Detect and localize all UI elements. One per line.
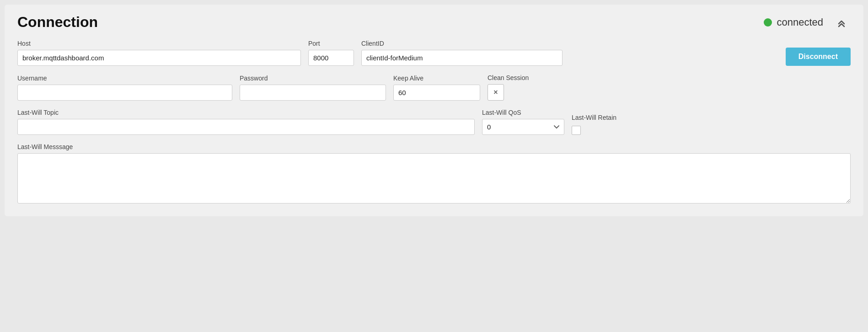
username-label: Username [17, 75, 232, 82]
row-3: Last-Will Topic Last-Will QoS 0 1 2 Last… [17, 109, 851, 135]
username-input[interactable] [17, 85, 232, 101]
lastwill-retain-group: Last-Will Retain [572, 114, 616, 135]
panel-title: Connection [17, 14, 98, 31]
password-group: Password [240, 75, 386, 101]
disconnect-wrapper: Disconnect [786, 48, 851, 66]
username-group: Username [17, 75, 232, 101]
keepalive-input[interactable] [393, 85, 480, 101]
host-input[interactable] [17, 50, 301, 66]
password-input[interactable] [240, 85, 386, 101]
lastwill-qos-group: Last-Will QoS 0 1 2 [482, 109, 564, 135]
status-text: connected [777, 16, 823, 28]
row-1: Host Port ClientID Disconnect [17, 40, 851, 66]
disconnect-button[interactable]: Disconnect [786, 48, 851, 66]
host-group: Host [17, 40, 301, 66]
keepalive-group: Keep Alive [393, 75, 480, 101]
status-indicator: connected [764, 16, 823, 28]
panel-header: Connection connected [17, 14, 851, 31]
row-4: Last-Will Messsage [17, 143, 851, 203]
clientid-input[interactable] [361, 50, 563, 66]
password-label: Password [240, 75, 386, 82]
clientid-label: ClientID [361, 40, 563, 47]
port-label: Port [308, 40, 354, 47]
clean-session-label: Clean Session [488, 74, 529, 81]
host-label: Host [17, 40, 301, 47]
port-group: Port [308, 40, 354, 66]
lastwill-qos-select[interactable]: 0 1 2 [482, 119, 564, 135]
clean-session-check-icon: × [493, 88, 498, 96]
status-dot [764, 18, 772, 27]
lastwill-message-textarea[interactable] [17, 153, 851, 203]
lastwill-topic-input[interactable] [17, 119, 475, 135]
port-input[interactable] [308, 50, 354, 66]
chevron-up-icon [836, 17, 847, 28]
clean-session-checkbox[interactable]: × [488, 84, 504, 101]
lastwill-retain-label: Last-Will Retain [572, 114, 616, 121]
row-2: Username Password Keep Alive Clean Sessi… [17, 74, 851, 101]
lastwill-topic-label: Last-Will Topic [17, 109, 475, 116]
lastwill-qos-label: Last-Will QoS [482, 109, 564, 116]
clientid-group: ClientID [361, 40, 563, 66]
collapse-button[interactable] [832, 15, 851, 30]
lastwill-retain-checkbox[interactable] [572, 126, 581, 135]
lastwill-topic-group: Last-Will Topic [17, 109, 475, 135]
keepalive-label: Keep Alive [393, 75, 480, 82]
clean-session-group: Clean Session × [488, 74, 529, 101]
connection-panel: Connection connected Host Port ClientI [5, 5, 863, 216]
lastwill-message-label: Last-Will Messsage [17, 143, 851, 150]
header-right: connected [764, 15, 851, 30]
